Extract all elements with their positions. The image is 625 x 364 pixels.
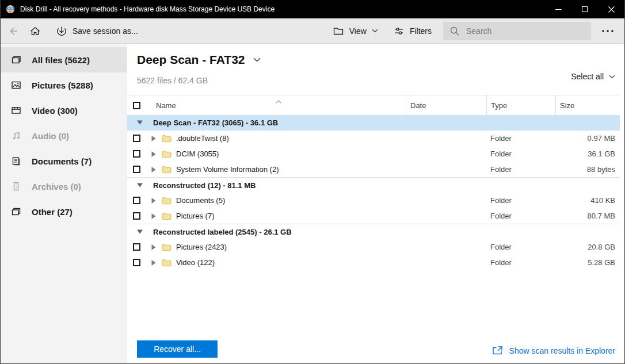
file-name: Video (122) xyxy=(174,258,406,267)
sidebar: All files (5622)Pictures (5288)Video (30… xyxy=(1,44,127,364)
show-in-explorer-link[interactable]: Show scan results in Explorer xyxy=(492,346,615,355)
group-row[interactable]: Reconstructed labeled (2545) - 26.1 GB xyxy=(127,224,620,239)
close-button[interactable] xyxy=(598,0,624,18)
folder-icon xyxy=(162,243,174,251)
expand-triangle-icon[interactable] xyxy=(151,213,162,219)
expand-triangle-icon[interactable] xyxy=(151,136,162,141)
pictures-icon xyxy=(10,79,22,91)
file-size: 88 bytes xyxy=(555,165,620,174)
open-in-explorer-icon xyxy=(492,346,503,355)
file-name: Pictures (7) xyxy=(174,212,406,220)
sidebar-item-all-files[interactable]: All files (5622) xyxy=(1,47,127,72)
group-row[interactable]: Deep Scan - FAT32 (3065) - 36.1 GB xyxy=(127,115,620,131)
column-header-date[interactable]: Date xyxy=(406,95,486,115)
column-header-name[interactable]: Name xyxy=(151,95,406,115)
titlebar: Disk Drill - All recovery methods - Hard… xyxy=(1,0,624,18)
collapse-triangle-icon[interactable] xyxy=(137,120,143,125)
view-label: View xyxy=(349,26,367,36)
audio-icon xyxy=(10,130,22,141)
collapse-triangle-icon[interactable] xyxy=(137,229,143,234)
sidebar-item-label: All files (5622) xyxy=(32,55,90,65)
row-checkbox[interactable] xyxy=(133,243,140,251)
table-row[interactable]: Video (122)Folder5.28 GB xyxy=(127,255,620,270)
sidebar-item-label: Pictures (5288) xyxy=(32,81,93,90)
search-input[interactable] xyxy=(465,26,574,36)
chevron-down-icon xyxy=(253,58,261,62)
search-icon xyxy=(449,26,460,36)
all-files-icon xyxy=(10,54,22,66)
table-row[interactable]: Documents (5)Folder410 KB xyxy=(127,193,620,208)
select-all-dropdown[interactable]: Select all xyxy=(571,72,615,81)
file-name: Pictures (2423) xyxy=(174,243,406,251)
table-row[interactable]: .doubleTwist (8)Folder0.97 MB xyxy=(127,131,620,146)
column-header-type[interactable]: Type xyxy=(486,95,555,115)
sidebar-item-other[interactable]: Other (27) xyxy=(1,199,127,224)
file-size: 20.8 GB xyxy=(555,243,620,251)
row-checkbox[interactable] xyxy=(133,150,140,158)
file-size: 410 KB xyxy=(555,196,620,205)
table-row[interactable]: DCIM (3055)Folder36.1 GB xyxy=(127,146,620,162)
sidebar-item-pictures[interactable]: Pictures (5288) xyxy=(1,72,127,98)
expand-triangle-icon[interactable] xyxy=(151,198,162,204)
chevron-down-icon xyxy=(609,75,615,79)
folder-icon xyxy=(162,212,174,220)
sidebar-item-label: Audio (0) xyxy=(32,131,69,141)
back-icon[interactable] xyxy=(7,25,19,37)
file-type: Folder xyxy=(486,150,555,158)
file-type: Folder xyxy=(486,212,555,220)
collapse-triangle-icon[interactable] xyxy=(137,183,143,187)
column-header-size[interactable]: Size xyxy=(555,95,620,115)
folder-icon xyxy=(162,150,174,158)
save-session-button[interactable]: Save session as... xyxy=(52,18,142,44)
row-checkbox[interactable] xyxy=(133,166,140,173)
scan-title-dropdown[interactable]: Deep Scan - FAT32 xyxy=(137,53,261,67)
table-row[interactable]: Pictures (7)Folder80.7 MB xyxy=(127,208,620,224)
row-checkbox[interactable] xyxy=(133,135,140,142)
file-size: 5.28 GB xyxy=(555,258,620,267)
expand-triangle-icon[interactable] xyxy=(151,260,162,266)
group-row[interactable]: Reconstructed (12) - 81.1 MB xyxy=(127,177,620,193)
group-label: Deep Scan - FAT32 (3065) - 36.1 GB xyxy=(153,118,278,127)
chevron-down-icon xyxy=(372,29,378,33)
sidebar-item-audio[interactable]: Audio (0) xyxy=(1,123,127,148)
maximize-button[interactable] xyxy=(571,0,598,18)
group-label: Reconstructed labeled (2545) - 26.1 GB xyxy=(153,228,292,236)
folder-icon xyxy=(162,197,174,205)
file-type: Folder xyxy=(486,196,555,205)
table-row[interactable]: System Volume Information (2)Folder88 by… xyxy=(127,162,620,177)
file-size: 36.1 GB xyxy=(555,150,620,158)
row-checkbox[interactable] xyxy=(133,259,140,266)
search-box[interactable] xyxy=(443,22,591,40)
archives-icon xyxy=(10,181,22,192)
disk-drill-window: Disk Drill - All recovery methods - Hard… xyxy=(0,0,625,364)
file-type: Folder xyxy=(486,134,555,143)
sidebar-item-documents[interactable]: Documents (7) xyxy=(1,148,127,174)
row-checkbox[interactable] xyxy=(133,212,140,220)
filters-button[interactable]: Filters xyxy=(390,18,435,44)
sidebar-item-label: Documents (7) xyxy=(32,156,92,166)
main-panel: Deep Scan - FAT32 5622 files / 62.4 GB S… xyxy=(127,44,624,364)
file-name: .doubleTwist (8) xyxy=(174,134,406,143)
file-table-body: Deep Scan - FAT32 (3065) - 36.1 GB.doubl… xyxy=(127,115,620,270)
sidebar-item-video[interactable]: Video (300) xyxy=(1,98,127,123)
view-button[interactable]: View xyxy=(329,18,382,44)
main-header: Deep Scan - FAT32 5622 files / 62.4 GB S… xyxy=(127,44,624,95)
expand-triangle-icon[interactable] xyxy=(151,244,162,250)
header-checkbox[interactable] xyxy=(133,102,140,109)
more-options-button[interactable] xyxy=(598,27,618,35)
toolbar: Save session as... View Filters xyxy=(1,18,624,44)
file-size: 0.97 MB xyxy=(555,134,620,143)
sidebar-item-archives[interactable]: Archives (0) xyxy=(1,174,127,199)
sidebar-item-label: Video (300) xyxy=(32,106,78,116)
home-icon[interactable] xyxy=(29,25,41,37)
file-name: DCIM (3055) xyxy=(174,150,406,158)
table-header: Name Date Type Size xyxy=(127,95,620,115)
app-logo-icon xyxy=(6,5,15,14)
table-row[interactable]: Pictures (2423)Folder20.8 GB xyxy=(127,239,620,255)
expand-triangle-icon[interactable] xyxy=(151,167,162,173)
minimize-button[interactable] xyxy=(545,0,571,18)
recover-all-button[interactable]: Recover all... xyxy=(137,340,218,358)
expand-triangle-icon[interactable] xyxy=(151,151,162,157)
filters-label: Filters xyxy=(410,26,432,36)
row-checkbox[interactable] xyxy=(133,197,140,204)
